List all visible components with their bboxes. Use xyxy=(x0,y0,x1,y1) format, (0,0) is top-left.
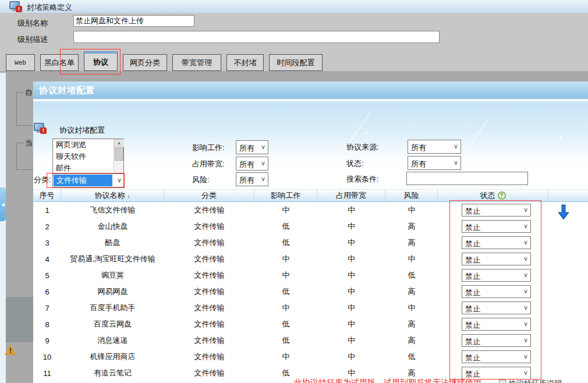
dark-band xyxy=(6,297,33,342)
list-item[interactable]: 网页浏览 xyxy=(53,139,114,151)
column-header-1[interactable]: 协议名称↓ xyxy=(61,190,164,201)
blue-down-arrow-icon[interactable] xyxy=(558,204,569,222)
cell-protocol-name: 有道云笔记 xyxy=(61,365,164,381)
chevron-down-icon: ∨ xyxy=(261,143,265,151)
cell-impact: 低 xyxy=(254,332,317,349)
group-box-label: 当 xyxy=(24,138,34,148)
cell-actions xyxy=(548,251,588,267)
tab-webclass[interactable]: 网页分类 xyxy=(123,54,167,71)
cell-row-index: 4 xyxy=(33,251,61,267)
cell-row-index: 3 xyxy=(33,235,61,251)
cell-category: 文件传输 xyxy=(164,235,254,251)
column-header-5[interactable]: 风险 xyxy=(385,190,438,201)
filter-bandwidth-select[interactable]: 所有 ∨ xyxy=(236,157,268,171)
cell-row-index: 10 xyxy=(33,349,61,365)
search-input[interactable] xyxy=(406,172,528,185)
tab-bandwidth[interactable]: 带宽管理 xyxy=(172,54,221,71)
cell-category: 文件传输 xyxy=(164,349,254,365)
list-item[interactable]: 邮件 xyxy=(53,162,114,174)
cell-actions xyxy=(548,316,588,332)
cell-actions xyxy=(548,349,588,365)
filter-bandwidth-label: 占用带宽: xyxy=(192,159,225,169)
level-name-input[interactable] xyxy=(73,15,194,27)
column-header-2[interactable]: 分类 xyxy=(164,190,254,201)
cell-row-index: 9 xyxy=(33,332,61,349)
filter-bandwidth-value: 所有 xyxy=(239,159,254,170)
cell-protocol-name: 百度云网盘 xyxy=(61,316,164,332)
cell-protocol-name: 酷盘 xyxy=(61,235,164,251)
cell-bandwidth: 中 xyxy=(317,300,385,316)
scroll-up-icon[interactable]: ▲ xyxy=(114,139,124,147)
cell-category: 文件传输 xyxy=(164,316,254,332)
cell-impact: 中 xyxy=(254,202,317,218)
chevron-down-icon: ∨ xyxy=(261,159,265,167)
cell-risk: 中 xyxy=(385,251,438,267)
scroll-thumb[interactable] xyxy=(115,148,123,161)
document-icon xyxy=(499,380,506,383)
cell-risk: 高 xyxy=(385,218,438,235)
cell-category: 文件传输 xyxy=(164,218,254,235)
cell-bandwidth: 中 xyxy=(317,235,385,251)
tab-noblock[interactable]: 不封堵 xyxy=(226,54,264,71)
search-label: 搜索条件: xyxy=(346,174,379,185)
cell-impact: 中 xyxy=(254,349,317,365)
cell-actions xyxy=(548,300,588,316)
level-desc-input[interactable] xyxy=(73,31,440,43)
group-box-current: 当 xyxy=(16,143,34,170)
cell-risk: 低 xyxy=(385,349,438,365)
filter-status-value: 所有 xyxy=(411,159,426,169)
cell-risk: 高 xyxy=(385,332,438,349)
filter-impact-label: 影响工作: xyxy=(192,143,225,153)
collapse-handle[interactable]: ◀ xyxy=(0,187,6,221)
column-header-4[interactable]: 占用带宽 xyxy=(317,190,385,201)
dialog-title: 协议封堵配置 xyxy=(39,85,95,96)
cell-protocol-name: 豌豆荚 xyxy=(61,267,164,283)
listbox-scrollbar[interactable]: ▲ xyxy=(114,139,123,173)
list-item[interactable]: 聊天软件 xyxy=(53,151,114,162)
cell-bandwidth: 中 xyxy=(317,202,385,218)
column-header-0[interactable]: 序号 xyxy=(33,190,61,201)
column-header-label: 分类 xyxy=(201,190,217,201)
filter-risk-select[interactable]: 所有 ∨ xyxy=(236,172,268,186)
annotation-box-status xyxy=(449,200,541,380)
tab-timerange[interactable]: 时间段配置 xyxy=(269,54,323,71)
cell-category: 文件传输 xyxy=(164,267,254,283)
cell-impact: 中 xyxy=(254,251,317,267)
cell-risk: 中 xyxy=(385,202,438,218)
filter-status-select[interactable]: 所有 ∨ xyxy=(408,156,461,170)
level-desc-label: 级别描述 xyxy=(17,34,48,45)
filter-risk-label: 风险: xyxy=(192,175,210,185)
cell-row-index: 11 xyxy=(33,365,61,381)
help-icon[interactable]: ? xyxy=(498,192,506,200)
column-header-3[interactable]: 影响工作 xyxy=(254,190,317,201)
cell-category: 文件传输 xyxy=(164,283,254,300)
tab-web[interactable]: Web xyxy=(6,54,35,71)
cell-row-index: 5 xyxy=(33,267,61,283)
dialog-alert-icon: ! xyxy=(34,123,47,133)
category-listbox[interactable]: 网页浏览聊天软件邮件 ▲ xyxy=(52,139,124,173)
cell-actions xyxy=(548,283,588,300)
chevron-down-icon: ∨ xyxy=(261,175,265,183)
dialog-subtitle: 协议封堵配置 xyxy=(59,125,105,136)
window-title: 封堵策略定义 xyxy=(27,2,72,13)
chevron-down-icon: ∨ xyxy=(454,143,458,150)
cell-risk: 中 xyxy=(385,300,438,316)
cell-bandwidth: 中 xyxy=(317,332,385,349)
warning-icon: ! xyxy=(5,345,16,355)
cell-protocol-name: 网易网盘 xyxy=(61,283,164,300)
column-header-label: 状态 xyxy=(480,190,495,201)
group-box-custom: 自 xyxy=(16,92,34,126)
filter-source-select[interactable]: 所有 ∨ xyxy=(408,140,461,154)
app-alert-icon: ! xyxy=(9,1,22,12)
chevron-down-icon: ∨ xyxy=(454,159,458,166)
cell-impact: 中 xyxy=(254,267,317,283)
cell-row-index: 8 xyxy=(33,316,61,332)
filter-risk-value: 所有 xyxy=(239,175,254,186)
cell-impact: 中 xyxy=(254,300,317,316)
column-header-6[interactable]: 状态? xyxy=(438,190,548,201)
cell-category: 文件传输 xyxy=(164,251,254,267)
cell-protocol-name: 消息速递 xyxy=(61,332,164,349)
cell-bandwidth: 中 xyxy=(317,218,385,235)
column-header-label: 占用带宽 xyxy=(336,190,366,201)
filter-impact-select[interactable]: 所有 ∨ xyxy=(236,140,268,154)
